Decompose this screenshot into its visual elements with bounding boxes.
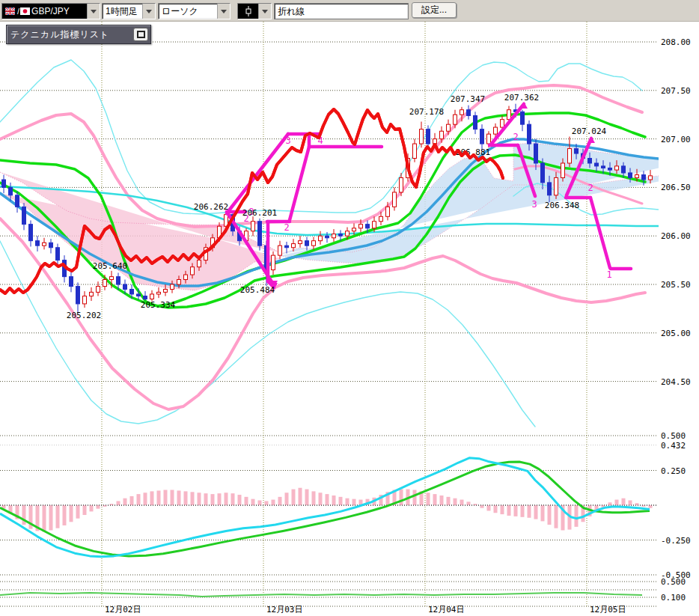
- mini-axis-label: 0.500: [661, 577, 686, 587]
- candle-body: [460, 110, 464, 115]
- pivot-price-label: 205.202: [67, 311, 101, 320]
- candle-body: [440, 131, 444, 138]
- macd-histogram-bar: [649, 505, 653, 508]
- macd-histogram-bar: [177, 490, 181, 505]
- timeframe-select[interactable]: 1時間足: [102, 3, 156, 19]
- candle-body: [299, 241, 302, 244]
- wave-number-label: 1: [606, 269, 611, 280]
- macd-histogram-bar: [629, 500, 632, 505]
- candle-body: [305, 241, 309, 246]
- macd-histogram-bar: [460, 500, 464, 505]
- candle-body: [83, 296, 87, 304]
- candle-body: [393, 192, 397, 207]
- chart-type-value: ローソク: [159, 4, 217, 19]
- candle-body: [359, 225, 363, 228]
- candle-body: [56, 248, 60, 260]
- candle-style-select[interactable]: [237, 3, 272, 19]
- date-axis-label: 12月04日: [428, 605, 465, 615]
- macd-histogram-bar: [218, 493, 222, 505]
- mini-panel: [0, 593, 642, 597]
- candle-body: [346, 231, 350, 236]
- macd-histogram-bar: [622, 498, 626, 505]
- chart-type-select[interactable]: ローソク: [158, 3, 231, 19]
- candle-body: [413, 144, 417, 158]
- timeframe-dropdown-arrow-icon[interactable]: [142, 4, 155, 19]
- macd-histogram-bar: [49, 505, 53, 530]
- candle-body: [117, 277, 120, 284]
- candle-body: [427, 129, 430, 144]
- macd-histogram-bar: [326, 494, 329, 505]
- candle-body: [326, 236, 329, 238]
- macd-histogram-bar: [285, 493, 289, 505]
- macd-signal-line: [0, 462, 650, 556]
- pivot-price-label: 206.262: [194, 202, 228, 212]
- wave-number-label: 2: [587, 183, 593, 193]
- candle-body: [501, 120, 504, 127]
- pair-dropdown-arrow-icon[interactable]: [87, 4, 100, 19]
- macd-histogram-bar: [258, 500, 262, 505]
- macd-histogram-bar: [454, 498, 457, 505]
- macd-histogram-bar: [555, 505, 558, 528]
- wave-number-label: 2: [513, 132, 518, 142]
- candle-body: [575, 149, 579, 153]
- macd-histogram-bar: [440, 495, 444, 505]
- candle-style-dropdown-arrow-icon[interactable]: [258, 4, 271, 19]
- macd-histogram-bar: [123, 498, 127, 505]
- macd-histogram-bar: [501, 505, 504, 514]
- pair-slash: /: [17, 7, 19, 16]
- settings-button[interactable]: 設定...: [412, 2, 457, 18]
- pivot-price-label: 205.484: [240, 285, 275, 295]
- macd-histogram-bar: [541, 505, 545, 521]
- candle-body: [588, 159, 592, 163]
- candle-body: [568, 149, 572, 163]
- uk-flag-icon: [5, 7, 15, 15]
- candle-body: [198, 260, 201, 267]
- macd-histogram-bar: [507, 505, 511, 516]
- candle-body: [43, 243, 46, 246]
- pattern-arrow-icon: [587, 136, 595, 143]
- candle-body: [2, 180, 6, 187]
- candle-body: [615, 166, 619, 170]
- candle-body: [561, 163, 565, 177]
- macd-histogram-bar: [528, 505, 531, 518]
- candle-body: [22, 207, 26, 224]
- wave-number-label: 3: [531, 199, 537, 210]
- chart-canvas: 208.00207.50207.00206.50206.00205.50205.…: [0, 0, 699, 616]
- candle-body: [110, 277, 114, 280]
- japan-flag-icon: [20, 7, 30, 15]
- macd-histogram-bar: [272, 500, 275, 505]
- technical-indicator-list-panel[interactable]: テクニカル指標リスト: [6, 25, 151, 44]
- macd-axis-label: 0.432: [661, 441, 686, 451]
- pair-label: GBP/JPY: [31, 6, 70, 16]
- macd-histogram-bar: [413, 490, 417, 505]
- pattern-segment: [227, 134, 288, 213]
- macd-histogram-bar: [312, 491, 316, 505]
- candle-body: [528, 124, 531, 144]
- candle-body: [157, 292, 161, 294]
- price-axis-label: 207.50: [661, 86, 691, 96]
- macd-histogram-bar: [433, 494, 437, 505]
- pair-select[interactable]: / GBP/JPY: [1, 3, 100, 19]
- macd-histogram-bar: [352, 499, 356, 505]
- panel-title: テクニカル指標リスト: [7, 28, 133, 41]
- macd-histogram-bar: [292, 490, 296, 505]
- candle-body: [251, 222, 255, 231]
- macd-histogram-bar: [480, 505, 484, 508]
- price-axis-label: 205.50: [661, 280, 691, 290]
- candle-body: [123, 284, 127, 289]
- date-axis-label: 12月03日: [266, 605, 303, 615]
- candle-body: [507, 110, 511, 120]
- restore-icon[interactable]: [133, 28, 148, 41]
- chart-type-dropdown-arrow-icon[interactable]: [217, 4, 230, 19]
- macd-histogram-bar: [184, 491, 188, 505]
- candle-body: [272, 255, 275, 269]
- overlay-input[interactable]: [274, 3, 409, 19]
- candle-body: [130, 289, 134, 293]
- candle-body: [534, 144, 538, 163]
- macd-histogram-bar: [43, 505, 46, 531]
- macd-histogram-bar: [157, 490, 161, 505]
- candle-body: [76, 287, 80, 304]
- candle-body: [36, 241, 40, 246]
- pattern-segment: [290, 147, 309, 220]
- pivot-price-label: 206.201: [242, 208, 277, 218]
